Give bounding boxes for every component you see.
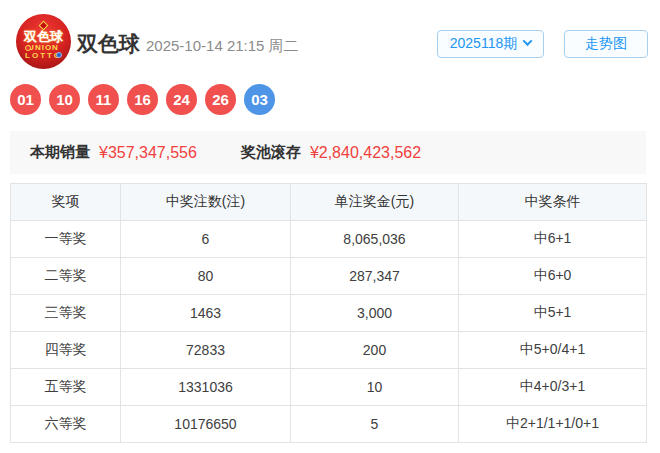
cell-win-condition: 中5+0/4+1 <box>459 332 647 369</box>
cell-winner-count: 1331036 <box>121 369 291 406</box>
table-row-sixth-prize: 六等奖 10176650 5 中2+1/1+1/0+1 <box>11 406 647 443</box>
cell-prize-amount: 200 <box>291 332 459 369</box>
red-ball-5: 24 <box>166 84 197 115</box>
period-selector[interactable]: 2025118期 <box>437 30 544 58</box>
col-header-prize-amount: 单注奖金(元) <box>291 184 459 221</box>
cell-winner-count: 1463 <box>121 295 291 332</box>
cell-win-condition: 中6+0 <box>459 258 647 295</box>
cell-prize-amount: 8,065,036 <box>291 221 459 258</box>
cell-prize-amount: 287,347 <box>291 258 459 295</box>
cell-winner-count: 10176650 <box>121 406 291 443</box>
period-label: 2025118期 <box>450 35 517 53</box>
table-row-fourth-prize: 四等奖 72833 200 中5+0/4+1 <box>11 332 647 369</box>
cell-win-condition: 中4+0/3+1 <box>459 369 647 406</box>
table-row-fifth-prize: 五等奖 1331036 10 中4+0/3+1 <box>11 369 647 406</box>
logo-text-cn: 双色球 <box>24 30 63 44</box>
table-row-first-prize: 一等奖 6 8,065,036 中6+1 <box>11 221 647 258</box>
red-ball-4: 16 <box>127 84 158 115</box>
cell-winner-count: 80 <box>121 258 291 295</box>
cell-prize-amount: 10 <box>291 369 459 406</box>
trend-chart-button[interactable]: 走势图 <box>564 30 648 58</box>
table-header-row: 奖项 中奖注数(注) 单注奖金(元) 中奖条件 <box>11 184 647 221</box>
pool-value: ¥2,840,423,562 <box>310 144 421 162</box>
cell-win-condition: 中2+1/1+1/0+1 <box>459 406 647 443</box>
cell-prize-amount: 3,000 <box>291 295 459 332</box>
table-row-second-prize: 二等奖 80 287,347 中6+0 <box>11 258 647 295</box>
cell-prize-tier: 二等奖 <box>11 258 121 295</box>
col-header-prize-tier: 奖项 <box>11 184 121 221</box>
sales-value: ¥357,347,556 <box>99 144 197 162</box>
col-header-winner-count: 中奖注数(注) <box>121 184 291 221</box>
cell-winner-count: 72833 <box>121 332 291 369</box>
cell-winner-count: 6 <box>121 221 291 258</box>
draw-datetime: 2025-10-14 21:15 周二 <box>146 37 299 56</box>
red-ball-2: 10 <box>49 84 80 115</box>
cell-prize-tier: 三等奖 <box>11 295 121 332</box>
blue-ball-dot-icon <box>56 52 62 58</box>
pool-label: 奖池滚存 <box>241 143 301 162</box>
stats-bar: 本期销量 ¥357,347,556 奖池滚存 ¥2,840,423,562 <box>10 131 646 174</box>
lottery-results-page: 双色球 UNION LOTTO 双色球 2025-10-14 21:15 周二 … <box>0 0 660 453</box>
cell-prize-amount: 5 <box>291 406 459 443</box>
cell-win-condition: 中5+1 <box>459 295 647 332</box>
cell-prize-tier: 一等奖 <box>11 221 121 258</box>
red-ball-1: 01 <box>10 84 41 115</box>
red-ball-dot-icon <box>25 45 31 51</box>
page-title: 双色球 <box>77 30 140 58</box>
prize-table: 奖项 中奖注数(注) 单注奖金(元) 中奖条件 一等奖 6 8,065,036 … <box>10 183 647 443</box>
chevron-down-icon <box>523 36 533 46</box>
winning-numbers: 01 10 11 16 24 26 03 <box>10 84 275 115</box>
cell-prize-tier: 六等奖 <box>11 406 121 443</box>
sales-label: 本期销量 <box>30 143 90 162</box>
col-header-win-condition: 中奖条件 <box>459 184 647 221</box>
red-ball-3: 11 <box>88 84 119 115</box>
red-ball-6: 26 <box>205 84 236 115</box>
cell-win-condition: 中6+1 <box>459 221 647 258</box>
union-lotto-logo: 双色球 UNION LOTTO <box>16 14 71 69</box>
blue-ball: 03 <box>244 84 275 115</box>
cell-prize-tier: 五等奖 <box>11 369 121 406</box>
table-row-third-prize: 三等奖 1463 3,000 中5+1 <box>11 295 647 332</box>
cell-prize-tier: 四等奖 <box>11 332 121 369</box>
